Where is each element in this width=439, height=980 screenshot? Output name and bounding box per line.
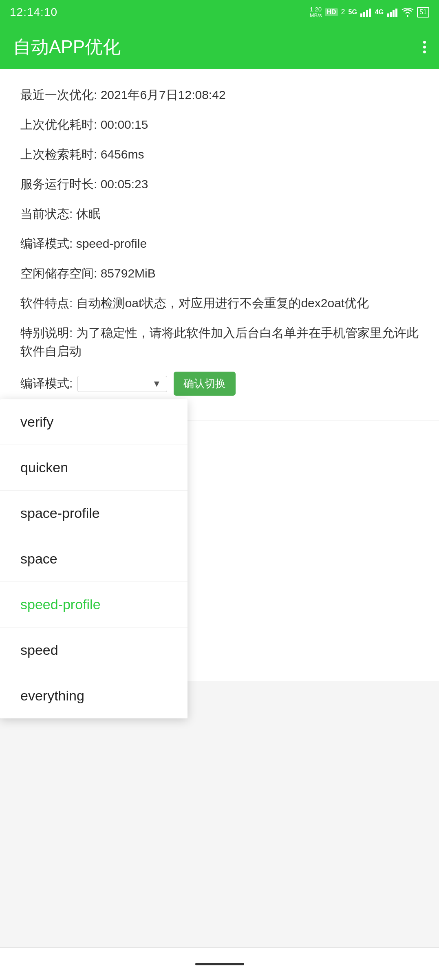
network-5g: 5G [349, 9, 357, 16]
signal-icon-2 [387, 8, 398, 17]
feature-value: 自动检测oat状态，对应用进行不会重复的dex2oat优化 [76, 296, 369, 310]
service-runtime-value: 00:05:23 [101, 177, 148, 191]
confirm-switch-button[interactable]: 确认切换 [174, 372, 236, 396]
status-icons: 1.20 MB/s HD 2 5G 4G [310, 6, 429, 19]
last-optimize-row: 最近一次优化: 2021年6月7日12:08:42 [20, 86, 423, 104]
svg-rect-3 [369, 9, 371, 17]
dropdown-option-speed-profile[interactable]: speed-profile [0, 582, 188, 628]
optimize-duration-value: 00:00:15 [101, 118, 148, 131]
note-label: 特别说明: [20, 326, 73, 339]
last-optimize-value: 2021年6月7日12:08:42 [101, 88, 226, 101]
compile-mode-info-row: 编译模式: speed-profile [20, 234, 423, 253]
search-duration-row: 上次检索耗时: 6456ms [20, 145, 423, 163]
app-title: 自动APP优化 [13, 35, 121, 59]
status-time: 12:14:10 [10, 6, 57, 19]
search-duration-label: 上次检索耗时: [20, 148, 97, 161]
compile-mode-info-value: speed-profile [76, 237, 147, 250]
signal-icon [360, 8, 372, 17]
app-bar: 自动APP优化 [0, 24, 439, 69]
service-runtime-label: 服务运行时长: [20, 177, 97, 191]
overflow-dot-3 [423, 51, 426, 53]
battery-indicator: 51 [417, 7, 429, 18]
last-optimize-label: 最近一次优化: [20, 88, 97, 101]
svg-rect-2 [366, 10, 368, 17]
service-runtime-row: 服务运行时长: 00:05:23 [20, 175, 423, 193]
free-storage-label: 空闲储存空间: [20, 266, 97, 280]
svg-rect-5 [390, 12, 392, 17]
network-4g: 4G [375, 9, 384, 16]
current-status-row: 当前状态: 休眠 [20, 205, 423, 223]
free-storage-row: 空闲储存空间: 85792MiB [20, 264, 423, 282]
current-status-label: 当前状态: [20, 207, 73, 220]
bottom-nav [0, 947, 439, 980]
optimize-duration-label: 上次优化耗时: [20, 118, 97, 131]
overflow-dot-2 [423, 46, 426, 48]
dropdown-arrow-icon: ▼ [152, 379, 161, 389]
dropdown-option-quicken[interactable]: quicken [0, 445, 188, 491]
compile-mode-switcher-label: 编译模式: [20, 375, 73, 392]
dropdown-option-space[interactable]: space [0, 536, 188, 582]
feature-row: 软件特点: 自动检测oat状态，对应用进行不会重复的dex2oat优化 [20, 294, 423, 312]
dropdown-option-speed[interactable]: speed [0, 628, 188, 673]
nav-indicator [195, 963, 244, 965]
compile-mode-dropdown-menu: verify quicken space-profile space speed… [0, 399, 188, 718]
network-type-2: 2 [341, 8, 345, 16]
compile-mode-switcher-row: 编译模式: ▼ 确认切换 [20, 372, 423, 396]
wifi-icon [401, 8, 414, 17]
dropdown-option-everything[interactable]: everything [0, 673, 188, 718]
compile-mode-info-label: 编译模式: [20, 237, 73, 250]
note-value: 为了稳定性，请将此软件加入后台白名单并在手机管家里允许此软件自启动 [20, 326, 419, 358]
svg-rect-4 [387, 13, 389, 17]
search-duration-value: 6456ms [101, 148, 144, 161]
svg-rect-1 [363, 12, 365, 17]
network-speed: 1.20 MB/s [310, 6, 322, 19]
note-row: 特别说明: 为了稳定性，请将此软件加入后台白名单并在手机管家里允许此软件自启动 [20, 324, 423, 360]
overflow-dot-1 [423, 41, 426, 44]
free-storage-value: 85792MiB [101, 266, 156, 280]
feature-label: 软件特点: [20, 296, 73, 310]
svg-rect-0 [360, 13, 362, 17]
dropdown-option-space-profile[interactable]: space-profile [0, 491, 188, 536]
svg-rect-7 [395, 9, 397, 17]
overflow-menu-button[interactable] [423, 41, 426, 53]
hd-badge: HD [325, 8, 338, 16]
status-bar: 12:14:10 1.20 MB/s HD 2 5G 4G [0, 0, 439, 24]
compile-mode-dropdown[interactable]: ▼ [77, 376, 167, 392]
optimize-duration-row: 上次优化耗时: 00:00:15 [20, 115, 423, 134]
svg-rect-6 [393, 10, 395, 17]
current-status-value: 休眠 [76, 207, 101, 220]
main-content: 最近一次优化: 2021年6月7日12:08:42 上次优化耗时: 00:00:… [0, 69, 439, 420]
dropdown-option-verify[interactable]: verify [0, 399, 188, 445]
